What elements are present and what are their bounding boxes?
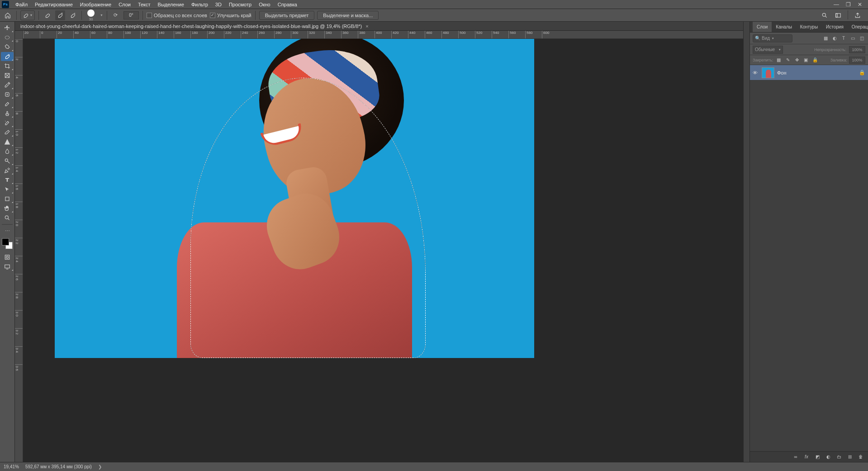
add-selection-icon[interactable] xyxy=(55,10,65,20)
layer-group-icon[interactable]: 🗀 xyxy=(835,453,843,461)
lock-transparency-icon[interactable]: ▦ xyxy=(775,57,783,64)
menu-help[interactable]: Справка xyxy=(274,0,301,9)
tab-layers[interactable]: Слои xyxy=(753,22,772,32)
brush-tool[interactable] xyxy=(1,99,14,108)
tab-paths[interactable]: Контуры xyxy=(796,22,822,32)
brush-dropdown-icon[interactable]: ▼ xyxy=(100,14,103,17)
filter-shape-icon[interactable]: ▭ xyxy=(849,35,856,42)
screen-mode-icon[interactable] xyxy=(1,262,14,271)
ruler-horizontal[interactable]: 2002040608010012014016018020022024026028… xyxy=(23,31,749,39)
window-minimize-icon[interactable]: — xyxy=(834,2,839,7)
lock-position-icon[interactable]: ✥ xyxy=(793,57,801,64)
gradient-tool[interactable] xyxy=(1,137,14,146)
status-menu-icon[interactable]: ❯ xyxy=(98,464,102,469)
zoom-tool[interactable] xyxy=(1,213,14,222)
menu-edit[interactable]: Редактирование xyxy=(31,0,76,9)
eyedropper-tool[interactable] xyxy=(1,80,14,89)
clone-stamp-tool[interactable] xyxy=(1,109,14,118)
hand-tool[interactable] xyxy=(1,204,14,213)
quick-mask-icon[interactable] xyxy=(1,253,14,262)
fill-field[interactable]: 100% xyxy=(849,57,865,64)
layer-visibility-icon[interactable]: 👁 xyxy=(753,70,759,75)
refine-edge-label: Улучшить край xyxy=(217,13,251,18)
menu-window[interactable]: Окно xyxy=(255,0,274,9)
menu-filter[interactable]: Фильтр xyxy=(188,0,212,9)
document-tab[interactable]: indoor-shot-young-cheerful-dark-haired-w… xyxy=(18,24,371,29)
close-tab-icon[interactable]: × xyxy=(365,24,368,29)
tab-history[interactable]: История xyxy=(822,22,848,32)
search-icon[interactable] xyxy=(820,10,830,20)
layer-mask-icon[interactable]: ◩ xyxy=(814,453,821,461)
canvas-viewport[interactable] xyxy=(23,39,749,462)
blur-tool[interactable] xyxy=(1,147,14,156)
opacity-field[interactable]: 100% xyxy=(849,46,865,53)
canvas[interactable] xyxy=(55,39,534,358)
home-icon[interactable] xyxy=(3,10,13,20)
path-selection-tool[interactable] xyxy=(1,185,14,194)
refine-edge-checkbox[interactable]: Улучшить край xyxy=(210,13,251,18)
select-subject-button[interactable]: Выделить предмет xyxy=(259,11,315,20)
menu-bar: Ps Файл Редактирование Изображение Слои … xyxy=(0,0,868,9)
menu-layers[interactable]: Слои xyxy=(115,0,134,9)
eraser-tool[interactable] xyxy=(1,128,14,137)
svg-point-11 xyxy=(6,256,9,259)
filter-pixel-icon[interactable]: ▦ xyxy=(822,35,829,42)
layer-lock-icon[interactable]: 🔒 xyxy=(859,70,865,75)
lock-all-icon[interactable]: 🔒 xyxy=(811,57,819,64)
menu-file[interactable]: Файл xyxy=(12,0,31,9)
menu-select[interactable]: Выделение xyxy=(154,0,188,9)
healing-brush-tool[interactable] xyxy=(1,90,14,99)
ruler-origin[interactable] xyxy=(15,31,23,39)
layer-fx-icon[interactable]: fx xyxy=(803,453,810,461)
tab-channels[interactable]: Каналы xyxy=(772,22,796,32)
history-brush-tool[interactable] xyxy=(1,118,14,127)
window-restore-icon[interactable]: ❐ xyxy=(845,2,851,7)
menu-3d[interactable]: 3D xyxy=(212,0,225,9)
crop-tool[interactable] xyxy=(1,61,14,71)
move-tool[interactable] xyxy=(1,24,14,33)
panel-collapse-strip[interactable] xyxy=(743,22,749,462)
menu-type[interactable]: Текст xyxy=(134,0,154,9)
dodge-tool[interactable] xyxy=(1,156,14,165)
share-icon[interactable] xyxy=(853,10,863,20)
layer-filter-type[interactable]: 🔍 Вид ▾ xyxy=(753,34,792,42)
new-selection-icon[interactable] xyxy=(43,10,52,20)
foreground-color-swatch[interactable] xyxy=(2,238,9,245)
marquee-tool[interactable] xyxy=(1,33,14,42)
subtract-selection-icon[interactable] xyxy=(68,10,78,20)
filter-adjust-icon[interactable]: ◐ xyxy=(831,35,838,42)
brush-preset-picker[interactable]: 30 xyxy=(87,9,95,21)
tool-preset-picker[interactable]: ▼ xyxy=(20,10,35,20)
blend-mode-select[interactable]: Обычные▾ xyxy=(753,46,783,54)
menu-image[interactable]: Изображение xyxy=(76,0,115,9)
lock-artboard-icon[interactable]: ▣ xyxy=(802,57,810,64)
sample-all-layers-checkbox[interactable]: Образец со всех слоев xyxy=(147,13,207,18)
zoom-level[interactable]: 19,41% xyxy=(4,464,19,469)
layer-row[interactable]: 👁 Фон 🔒 xyxy=(750,65,868,80)
link-layers-icon[interactable]: ∞ xyxy=(792,453,799,461)
window-close-icon[interactable]: ✕ xyxy=(857,2,863,7)
lock-pixels-icon[interactable]: ✎ xyxy=(784,57,792,64)
menu-view[interactable]: Просмотр xyxy=(225,0,255,9)
filter-type-icon[interactable]: T xyxy=(840,35,847,42)
layer-thumbnail[interactable] xyxy=(762,67,774,78)
quick-selection-tool[interactable] xyxy=(1,52,14,61)
workspace-switcher-icon[interactable] xyxy=(833,10,843,20)
pen-tool[interactable] xyxy=(1,166,14,175)
doc-dimensions[interactable]: 592,67 мм x 395,14 мм (300 ppi) xyxy=(25,464,92,469)
select-and-mask-button[interactable]: Выделение и маска... xyxy=(317,11,379,20)
edit-toolbar-icon[interactable]: ⋯ xyxy=(1,226,14,236)
ruler-vertical[interactable]: 024681 01 21 41 61 82 02 22 42 62 83 03 … xyxy=(15,39,23,462)
delete-layer-icon[interactable]: 🗑 xyxy=(857,453,864,461)
new-layer-icon[interactable]: ⊞ xyxy=(846,453,854,461)
type-tool[interactable] xyxy=(1,175,14,184)
lasso-tool[interactable] xyxy=(1,42,14,52)
layer-name[interactable]: Фон xyxy=(777,70,787,75)
filter-smart-icon[interactable]: ◫ xyxy=(858,35,865,42)
shape-tool[interactable] xyxy=(1,194,14,203)
color-swatches[interactable] xyxy=(2,238,13,249)
tab-actions[interactable]: Операции xyxy=(848,22,868,32)
frame-tool[interactable] xyxy=(1,71,14,80)
adjustment-layer-icon[interactable]: ◐ xyxy=(825,453,832,461)
brush-angle-field[interactable]: 0° xyxy=(123,11,139,19)
